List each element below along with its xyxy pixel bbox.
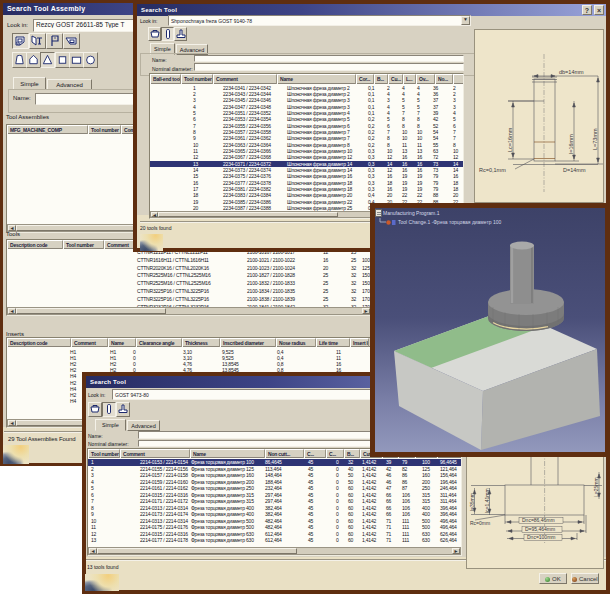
svg-text:l=16mm: l=16mm <box>568 134 574 154</box>
svg-text:D=14mm: D=14mm <box>563 167 586 173</box>
svg-text:D=95,464mm: D=95,464mm <box>525 526 555 532</box>
svg-text:Dnc=86,46mm: Dnc=86,46mm <box>522 517 555 523</box>
svg-text:Rc=0mm: Rc=0mm <box>470 520 490 526</box>
svg-text:Lc=16mm: Lc=16mm <box>507 127 513 152</box>
svg-text:Dnc=100mm: Dnc=100mm <box>527 534 555 540</box>
svg-text:L=25mm: L=25mm <box>593 477 599 497</box>
svg-text:l=35mm: l=35mm <box>469 493 475 511</box>
svg-text:db=14mm: db=14mm <box>559 69 584 75</box>
svg-text:lc=1,41mm: lc=1,41mm <box>484 488 490 513</box>
svg-text:L=73mm: L=73mm <box>592 128 598 150</box>
svg-text:Rc=0,1mm: Rc=0,1mm <box>479 167 506 173</box>
